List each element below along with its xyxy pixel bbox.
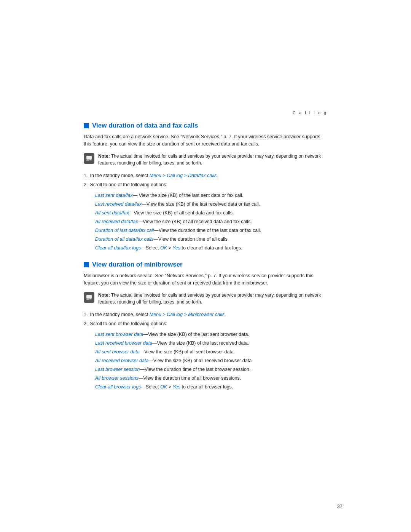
svg-rect-3	[91, 159, 91, 160]
step2-text: Scroll to one of the following options:	[90, 181, 167, 189]
section2-note-box: Note: The actual time invoiced for calls…	[84, 292, 327, 305]
section2: View duration of minibrowser Minibrowser…	[84, 261, 327, 391]
section2-intro: Minibrowser is a network service. See "N…	[84, 272, 327, 287]
option-last-sent-data-fax: Last sent data/fax— View the size (KB) o…	[95, 192, 327, 199]
section2-heading: View duration of minibrowser	[84, 261, 327, 268]
option5-text: —View the duration time of the last data…	[154, 228, 261, 233]
option3-link: All sent data/fax	[95, 210, 129, 216]
s2-step2-text: Scroll to one of the following options:	[90, 320, 167, 328]
content-area: C a l l l o g View duration of data and …	[68, 0, 342, 391]
option5-link: Duration of last data/fax call	[95, 228, 154, 233]
option-clear-all-browser-logs: Clear all browser logs—Select OK > Yes t…	[95, 383, 327, 391]
section2-options: Last sent browser data—View the size (KB…	[95, 331, 327, 391]
s2-option3-link: All sent browser data	[95, 349, 140, 355]
s2-option6-text: —View the duration time of all browser s…	[139, 375, 241, 381]
option-clear-all-logs: Clear all data/fax logs—Select OK > Yes …	[95, 244, 327, 252]
s2-option7-yes: Yes	[172, 384, 180, 390]
option1-text: — View the size (KB) of the last sent da…	[133, 193, 244, 198]
s2-step1-text: In the standby mode, select Menu > Call …	[90, 311, 226, 318]
s2-option1-link: Last sent browser data	[95, 332, 143, 337]
s2-option7-suffix: to clear all browser logs.	[180, 384, 233, 390]
section1-title: View duration of data and fax calls	[92, 122, 198, 129]
s2-option6-link: All browser sessions	[95, 375, 139, 381]
s2-option4-link: All received browser data	[95, 358, 148, 363]
section1-note-bold: Note:	[98, 153, 110, 159]
page-number: 37	[337, 503, 342, 509]
s2-option5-link: Last browser session	[95, 367, 140, 372]
s2-option4-text: —View the size (KB) of all received brow…	[148, 358, 253, 363]
section2-steps: 1. In the standby mode, select Menu > Ca…	[84, 311, 327, 328]
step1-num: 1.	[84, 172, 88, 179]
option-all-received-browser: All received browser data—View the size …	[95, 357, 327, 364]
s2-option7-text: —Select	[141, 384, 160, 390]
option2-text: —View the size (KB) of the last received…	[142, 201, 260, 207]
option2-link: Last received data/fax	[95, 201, 142, 207]
s2-step1-link: Menu > Call log > Minibrowser calls	[150, 312, 225, 317]
section2-step1: 1. In the standby mode, select Menu > Ca…	[84, 311, 327, 318]
section1-step2: 2. Scroll to one of the following option…	[84, 181, 327, 189]
step2-num: 2.	[84, 181, 88, 189]
option4-text: —View the size (KB) of all received data…	[138, 219, 252, 224]
section2-step2: 2. Scroll to one of the following option…	[84, 320, 327, 328]
s2-option7-ok: OK	[160, 384, 167, 390]
option7-suffix: to clear all data and fax logs.	[180, 245, 242, 251]
section1-note-body: The actual time invoiced for calls and s…	[98, 153, 321, 166]
note-icon-svg	[86, 155, 92, 162]
option-last-received-browser: Last received browser data—View the size…	[95, 339, 327, 347]
section2-note-icon-svg	[86, 294, 92, 301]
option-duration-all-calls: Duration of all data/fax calls—View the …	[95, 235, 327, 243]
section2-note-body: The actual time invoiced for calls and s…	[98, 292, 321, 305]
section2-note-bold: Note:	[98, 292, 110, 298]
section1-steps: 1. In the standby mode, select Menu > Ca…	[84, 172, 327, 189]
option7-ok: OK	[160, 245, 167, 251]
option-all-browser-sessions: All browser sessions—View the duration t…	[95, 374, 327, 382]
option7-yes: Yes	[172, 245, 180, 251]
svg-rect-0	[86, 156, 92, 160]
section2-note-icon	[84, 292, 94, 303]
option7-text: —Select	[141, 245, 160, 251]
note-icon	[84, 153, 94, 164]
page-label: C a l l l o g	[84, 110, 327, 115]
option6-text: —View the duration time of all calls.	[154, 236, 229, 242]
s2-option1-text: —View the size (KB) of the last sent bro…	[143, 332, 249, 337]
option-last-browser-session: Last browser session—View the duration t…	[95, 366, 327, 373]
option-all-sent-browser: All sent browser data—View the size (KB)…	[95, 348, 327, 356]
section1: View duration of data and fax calls Data…	[84, 122, 327, 252]
svg-rect-1	[86, 160, 89, 161]
section1-heading: View duration of data and fax calls	[84, 122, 327, 129]
s2-option2-text: —View the size (KB) of the last received…	[152, 340, 249, 346]
page-container: C a l l l o g View duration of data and …	[0, 0, 411, 532]
s2-option7-sep: >	[167, 384, 172, 390]
option-duration-last-call: Duration of last data/fax call—View the …	[95, 227, 327, 234]
option-last-sent-browser: Last sent browser data—View the size (KB…	[95, 331, 327, 338]
option-last-received-data-fax: Last received data/fax—View the size (KB…	[95, 200, 327, 208]
section1-icon	[84, 123, 89, 128]
section1-options: Last sent data/fax— View the size (KB) o…	[95, 192, 327, 252]
step1-text: In the standby mode, select Menu > Call …	[90, 172, 218, 179]
s2-step1-num: 1.	[84, 311, 88, 318]
section2-note-text: Note: The actual time invoiced for calls…	[98, 292, 327, 305]
section1-note-box: Note: The actual time invoiced for calls…	[84, 153, 327, 166]
section2-icon	[84, 262, 89, 267]
s2-option3-text: —View the size (KB) of all sent browser …	[140, 349, 235, 355]
svg-rect-4	[86, 295, 92, 299]
option1-link: Last sent data/fax	[95, 193, 133, 198]
option3-text: —View the size (KB) of all sent data and…	[129, 210, 234, 216]
s2-step2-num: 2.	[84, 320, 88, 328]
s2-option2-link: Last received browser data	[95, 340, 152, 346]
option4-link: All received data/fax	[95, 219, 138, 224]
section1-step1: 1. In the standby mode, select Menu > Ca…	[84, 172, 327, 179]
section1-note-text: Note: The actual time invoiced for calls…	[98, 153, 327, 166]
s2-option5-text: —View the duration time of the last brow…	[140, 367, 250, 372]
option7-sep: >	[167, 245, 172, 251]
svg-rect-7	[91, 298, 91, 299]
s2-option7-link: Clear all browser logs	[95, 384, 141, 390]
step1-link: Menu > Call log > Data/fax calls	[150, 173, 217, 178]
svg-rect-5	[86, 299, 89, 300]
option6-link: Duration of all data/fax calls	[95, 236, 154, 242]
option7-link: Clear all data/fax logs	[95, 245, 141, 251]
section1-intro: Data and fax calls are a network service…	[84, 133, 327, 148]
option-all-received-data-fax: All received data/fax—View the size (KB)…	[95, 218, 327, 225]
option-all-sent-data-fax: All sent data/fax—View the size (KB) of …	[95, 209, 327, 217]
section2-title: View duration of minibrowser	[92, 261, 183, 268]
